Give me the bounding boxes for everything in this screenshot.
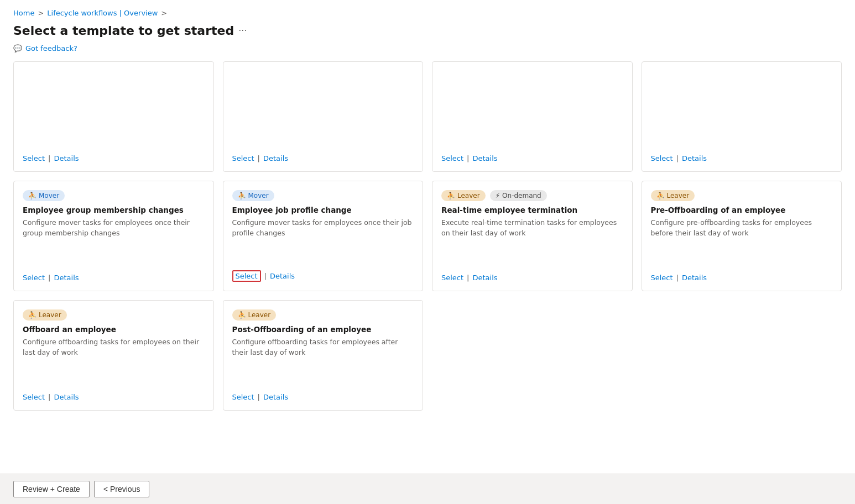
card-footer: Select | Details [232, 393, 414, 401]
select-link[interactable]: Select [651, 274, 673, 282]
details-link[interactable]: Details [54, 154, 79, 162]
template-card-realtime-termination: ⛹ Leaver ⚡ On-demand Real-time employee … [432, 181, 633, 291]
card-icon-area [23, 71, 205, 104]
badge-mover: ⛹ Mover [232, 190, 274, 201]
leaver-badge-icon: ⛹ [447, 192, 455, 200]
feedback-label: Got feedback? [25, 44, 77, 53]
footer-sep: | [258, 393, 260, 401]
leaver-badge-icon: ⛹ [656, 192, 665, 200]
badges-row: ⛹ Leaver [232, 309, 414, 321]
ondemand-badge-icon: ⚡ [496, 192, 500, 200]
footer-sep: | [48, 154, 50, 162]
details-link[interactable]: Details [54, 274, 79, 282]
select-link[interactable]: Select [23, 274, 45, 282]
select-link[interactable]: Select [232, 393, 254, 401]
card-desc: Configure mover tasks for employees once… [232, 218, 414, 261]
card-desc: Configure mover tasks for employees once… [23, 218, 205, 265]
mover-badge-icon: ⛹ [238, 192, 246, 200]
select-link[interactable]: Select [23, 393, 45, 401]
badges-row: ⛹ Leaver [651, 190, 833, 201]
more-options-icon[interactable]: ··· [238, 25, 247, 36]
card-desc [651, 112, 833, 145]
template-card-post-offboarding: ⛹ Leaver Post-Offboarding of an employee… [223, 300, 424, 411]
template-card-pre-offboarding: ⛹ Leaver Pre-Offboarding of an employee … [642, 181, 842, 291]
cards-grid-row2: ⛹ Mover Employee group membership change… [13, 181, 842, 291]
leaver-badge-label: Leaver [667, 192, 690, 200]
leaver-badge-icon: ⛹ [238, 311, 246, 319]
card-footer: Select | Details [441, 274, 623, 282]
details-link[interactable]: Details [473, 274, 498, 282]
cards-grid-row3: ⛹ Leaver Offboard an employee Configure … [13, 300, 842, 411]
select-link-highlighted[interactable]: Select [232, 270, 261, 282]
badges-row: ⛹ Mover [232, 190, 414, 201]
previous-button[interactable]: < Previous [94, 481, 150, 497]
cards-grid-row1: Select | Details Select | Details [13, 61, 842, 172]
page-title: Select a template to get started [13, 24, 234, 38]
template-card-1-1: Select | Details [13, 61, 214, 172]
footer-sep: | [48, 393, 50, 401]
badges-row: ⛹ Mover [23, 190, 205, 201]
card-icon-area [651, 71, 833, 104]
badge-leaver: ⛹ Leaver [232, 309, 277, 321]
badge-leaver: ⛹ Leaver [441, 190, 486, 201]
details-link[interactable]: Details [473, 154, 498, 162]
select-link[interactable]: Select [441, 154, 463, 162]
select-link[interactable]: Select [441, 274, 463, 282]
review-create-button[interactable]: Review + Create [13, 481, 90, 497]
card-icon-area [441, 71, 623, 104]
breadcrumb-lifecycle[interactable]: Lifecycle workflows | Overview [47, 9, 158, 17]
card-title: Offboard an employee [23, 325, 205, 334]
card-footer: Select | Details [23, 154, 205, 162]
card-desc: Configure offboarding tasks for employee… [232, 337, 414, 384]
badge-ondemand: ⚡ On-demand [490, 190, 547, 201]
badge-leaver: ⛹ Leaver [23, 309, 67, 321]
mover-badge-label: Mover [248, 192, 269, 200]
footer-sep: | [467, 154, 469, 162]
card-footer: Select | Details [651, 274, 833, 282]
template-card-1-3: Select | Details [432, 61, 633, 172]
card-footer: Select | Details [232, 154, 414, 162]
card-title: Employee job profile change [232, 206, 414, 214]
card-title: Real-time employee termination [441, 206, 623, 214]
page-title-row: Select a template to get started ··· [13, 24, 842, 38]
select-link[interactable]: Select [651, 154, 673, 162]
footer-sep: | [264, 272, 267, 280]
mover-badge-icon: ⛹ [28, 192, 37, 200]
main-content: Home > Lifecycle workflows | Overview > … [0, 0, 855, 474]
details-link[interactable]: Details [682, 274, 707, 282]
template-card-1-2: Select | Details [223, 61, 424, 172]
page-wrapper: Home > Lifecycle workflows | Overview > … [0, 0, 855, 504]
details-link[interactable]: Details [263, 393, 288, 401]
details-link[interactable]: Details [263, 154, 288, 162]
card-title: Post-Offboarding of an employee [232, 325, 414, 334]
card-desc: Configure pre-offboarding tasks for empl… [651, 218, 833, 265]
select-link[interactable]: Select [232, 154, 254, 162]
feedback-icon: 💬 [13, 44, 22, 53]
breadcrumb-sep1: > [38, 9, 44, 17]
badge-leaver: ⛹ Leaver [651, 190, 695, 201]
leaver-badge-label: Leaver [248, 311, 271, 319]
footer-sep: | [48, 274, 50, 282]
bottom-bar: Review + Create < Previous [0, 474, 855, 504]
leaver-badge-icon: ⛹ [28, 311, 37, 319]
template-card-offboard: ⛹ Leaver Offboard an employee Configure … [13, 300, 214, 411]
template-card-1-4: Select | Details [642, 61, 842, 172]
feedback-row[interactable]: 💬 Got feedback? [13, 44, 842, 53]
footer-sep: | [258, 154, 260, 162]
card-desc: Execute real-time termination tasks for … [441, 218, 623, 265]
badges-row: ⛹ Leaver [23, 309, 205, 321]
select-link[interactable]: Select [23, 154, 45, 162]
card-footer: Select | Details [23, 274, 205, 282]
breadcrumb-home[interactable]: Home [13, 9, 34, 17]
details-link[interactable]: Details [54, 393, 79, 401]
badges-row: ⛹ Leaver ⚡ On-demand [441, 190, 623, 201]
footer-sep: | [676, 274, 679, 282]
card-desc: Configure offboarding tasks for employee… [23, 337, 205, 384]
details-link[interactable]: Details [270, 272, 295, 280]
template-card-job-profile: ⛹ Mover Employee job profile change Conf… [223, 181, 424, 291]
card-desc [232, 112, 414, 145]
footer-sep: | [467, 274, 469, 282]
details-link[interactable]: Details [682, 154, 707, 162]
card-title: Pre-Offboarding of an employee [651, 206, 833, 214]
leaver-badge-label: Leaver [457, 192, 480, 200]
